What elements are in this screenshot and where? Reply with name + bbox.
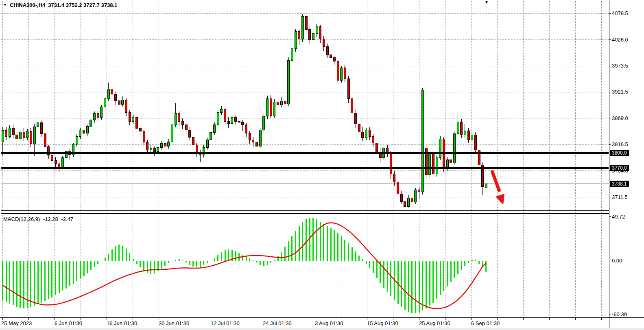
candlestick — [157, 147, 159, 151]
candlestick — [104, 99, 106, 107]
macd-bar — [323, 224, 324, 261]
macd-bar — [140, 261, 141, 267]
candlestick — [100, 107, 103, 117]
macd-bar — [295, 231, 296, 261]
candlestick — [344, 68, 346, 79]
candlestick — [429, 154, 431, 175]
candlestick — [139, 128, 141, 131]
candlestick — [97, 113, 99, 117]
macd-bar — [150, 261, 151, 274]
macd-bar — [436, 261, 437, 299]
candlestick — [471, 135, 473, 140]
macd-bar — [221, 252, 222, 261]
chart-shift-marker-icon[interactable]: ▼ — [485, 0, 489, 4]
candlestick — [333, 58, 335, 61]
down-arrow-annotation[interactable] — [492, 170, 504, 205]
candlestick — [129, 112, 131, 121]
candlestick — [312, 34, 314, 40]
candlestick — [118, 101, 120, 105]
candlestick — [390, 153, 392, 174]
macd-bar — [196, 261, 197, 267]
macd-bar — [468, 261, 469, 263]
macd-bar — [118, 245, 120, 261]
candlestick — [51, 155, 53, 160]
candlestick — [301, 17, 303, 39]
candlestick — [245, 125, 247, 133]
macd-bar — [242, 255, 243, 261]
macd-bar — [284, 247, 286, 261]
candlestick — [298, 32, 300, 39]
symbol-dropdown-icon[interactable]: ▼ — [3, 2, 7, 8]
macd-bar — [225, 250, 226, 261]
candlestick — [347, 79, 349, 99]
candlestick — [206, 140, 208, 147]
candlestick — [284, 101, 286, 104]
macd-bar — [147, 261, 148, 273]
macd-axis-label: 0.00 — [612, 258, 622, 264]
macd-bar — [179, 259, 180, 261]
macd-bar — [129, 253, 130, 261]
macd-bar — [411, 261, 413, 313]
macd-bar — [69, 261, 70, 286]
macd-bar — [133, 259, 134, 261]
price-macd-plot[interactable] — [0, 0, 644, 330]
macd-axis-label: -60.39 — [612, 312, 627, 317]
candlestick — [457, 122, 459, 134]
level-price-badge: 3770.0 — [610, 165, 629, 171]
macd-bar — [366, 261, 367, 264]
candlestick — [150, 149, 152, 150]
macd-bar — [440, 261, 441, 295]
macd-bar — [256, 261, 258, 262]
macd-bar — [355, 251, 356, 261]
macd-bar — [362, 259, 363, 261]
candlestick — [192, 138, 194, 145]
candlestick — [337, 61, 339, 81]
macd-bar — [27, 261, 28, 308]
macd-bar — [447, 261, 448, 286]
candlestick — [252, 140, 254, 142]
candlestick — [326, 47, 328, 55]
macd-bar — [246, 256, 247, 261]
candlestick — [231, 117, 233, 123]
macd-bar — [62, 261, 63, 291]
macd-bar — [143, 261, 144, 271]
macd-bar — [235, 251, 236, 261]
candlestick — [171, 125, 173, 142]
candlestick — [217, 112, 219, 125]
candlestick — [5, 130, 7, 136]
time-axis-label: 3 Aug 01:30 — [315, 321, 343, 326]
price-gridlines — [1, 13, 609, 197]
macd-bar — [302, 222, 303, 261]
price-axis-label: 4078.5 — [612, 11, 628, 16]
candlestick — [168, 142, 170, 146]
macd-bar — [154, 261, 155, 273]
candlestick — [376, 143, 378, 153]
macd-bar — [327, 226, 328, 261]
macd-bar — [464, 261, 465, 266]
candlestick — [273, 102, 275, 116]
macd-bar — [55, 261, 56, 295]
macd-bar — [373, 261, 374, 273]
macd-name: MACD(12,26,9) — [3, 216, 40, 222]
horizontal-level-lines[interactable] — [1, 152, 609, 169]
macd-bar — [415, 261, 416, 313]
candlestick — [467, 131, 469, 140]
macd-bar — [450, 261, 452, 282]
candlestick — [90, 120, 92, 126]
macd-bar — [358, 256, 360, 261]
macd-bar — [472, 260, 473, 261]
macd-bar — [260, 261, 261, 265]
macd-bar — [387, 261, 388, 292]
candlestick — [185, 125, 187, 130]
macd-bar — [214, 258, 215, 261]
candlestick — [181, 121, 183, 125]
macd-bar — [485, 261, 487, 272]
candlestick — [263, 116, 265, 130]
macd-bar — [13, 261, 14, 305]
macd-signal-value: -2.47 — [61, 216, 73, 222]
candlestick — [341, 68, 343, 81]
macd-bar — [108, 254, 109, 261]
macd-bar — [299, 226, 300, 261]
candlestick — [355, 113, 357, 124]
macd-bar — [210, 261, 212, 261]
